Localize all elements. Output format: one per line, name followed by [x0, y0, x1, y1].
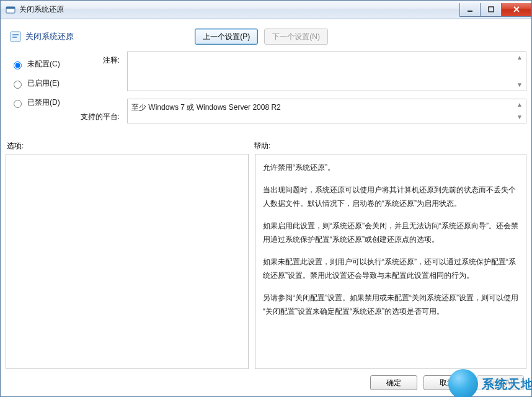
svg-rect-2: [468, 11, 472, 12]
svg-rect-6: [12, 37, 17, 38]
svg-rect-3: [489, 7, 494, 12]
comment-scroll[interactable]: ▲ ▼: [515, 53, 525, 89]
page-title: 关闭系统还原: [25, 31, 74, 42]
next-setting-button: 下一个设置(N): [264, 29, 328, 45]
apply-button: 应用(A): [477, 375, 524, 390]
app-icon: [6, 5, 16, 15]
radio-disabled-label: 已禁用(D): [27, 97, 60, 108]
help-text: 允许禁用“系统还原”。 当出现问题时，系统还原可以使用户将其计算机还原到先前的状…: [263, 161, 518, 318]
options-section-label: 选项:: [7, 141, 254, 151]
radio-not-configured[interactable]: 未配置(C): [11, 59, 64, 69]
help-paragraph: 当出现问题时，系统还原可以使用户将其计算机还原到先前的状态而不丢失个人数据文件。…: [263, 183, 518, 210]
scroll-down-icon[interactable]: ▼: [515, 113, 525, 122]
policy-icon: [9, 30, 22, 43]
meta-fields-column: ▲ ▼ 至少 Windows 7 或 Windows Server 2008 R…: [127, 51, 526, 132]
ok-button[interactable]: 确定: [370, 375, 417, 390]
help-paragraph: 另请参阅“关闭配置”设置。如果禁用或未配置“关闭系统还原”设置，则可以使用“关闭…: [263, 291, 518, 318]
radio-enabled-label: 已启用(E): [27, 78, 60, 89]
help-section-label: 帮助:: [254, 141, 270, 151]
window-controls: [459, 3, 531, 17]
policy-editor-window: 关闭系统还原 关闭系统还原 上一个设置(P) 下一个设置(N): [0, 0, 532, 397]
cancel-button[interactable]: 取消: [423, 375, 471, 390]
close-button[interactable]: [502, 3, 531, 17]
scroll-up-icon[interactable]: ▲: [515, 53, 525, 62]
comment-textbox[interactable]: ▲ ▼: [127, 51, 526, 91]
window-title: 关闭系统还原: [19, 4, 64, 15]
supported-on-textbox: 至少 Windows 7 或 Windows Server 2008 R2 ▲ …: [127, 99, 526, 123]
options-panel: [6, 154, 249, 369]
supported-on-label: 支持的平台:: [81, 112, 122, 122]
supported-on-value: 至少 Windows 7 或 Windows Server 2008 R2: [131, 103, 281, 112]
scroll-up-icon[interactable]: ▲: [515, 100, 525, 109]
svg-rect-1: [6, 7, 15, 9]
minimize-button[interactable]: [459, 3, 481, 17]
platform-scroll[interactable]: ▲ ▼: [515, 100, 525, 122]
help-paragraph: 如果启用此设置，则“系统还原”会关闭，并且无法访问“系统还原向导”。还会禁用通过…: [263, 219, 518, 246]
radio-not-configured-label: 未配置(C): [27, 59, 60, 69]
comment-label: 注释:: [103, 55, 122, 66]
upper-section: 未配置(C) 已启用(E) 已禁用(D) 注释: 支持的平台:: [6, 51, 526, 132]
dialog-footer: 确定 取消 应用(A): [6, 369, 526, 391]
meta-labels-column: 注释: 支持的平台:: [73, 51, 122, 132]
scroll-down-icon[interactable]: ▼: [515, 81, 525, 89]
previous-setting-button[interactable]: 上一个设置(P): [195, 29, 258, 45]
content-area: 关闭系统还原 上一个设置(P) 下一个设置(N) 未配置(C) 已启用(E): [1, 19, 531, 396]
radio-disabled[interactable]: 已禁用(D): [11, 97, 64, 108]
radio-enabled-input[interactable]: [14, 81, 22, 89]
radio-not-configured-input[interactable]: [14, 61, 22, 69]
section-labels: 选项: 帮助:: [7, 141, 526, 151]
radio-enabled[interactable]: 已启用(E): [11, 78, 64, 89]
header-row: 关闭系统还原 上一个设置(P) 下一个设置(N): [6, 24, 526, 49]
radio-disabled-input[interactable]: [14, 100, 22, 108]
maximize-button[interactable]: [481, 3, 502, 17]
svg-rect-5: [12, 34, 19, 35]
state-radio-group: 未配置(C) 已启用(E) 已禁用(D): [6, 51, 68, 132]
panels-row: 允许禁用“系统还原”。 当出现问题时，系统还原可以使用户将其计算机还原到先前的状…: [6, 154, 526, 369]
help-paragraph: 允许禁用“系统还原”。: [263, 161, 518, 174]
help-paragraph: 如果未配置此设置，则用户可以执行“系统还原”，还可以通过系统保护配置“系统还原”…: [263, 255, 518, 282]
help-panel: 允许禁用“系统还原”。 当出现问题时，系统还原可以使用户将其计算机还原到先前的状…: [255, 154, 526, 369]
titlebar: 关闭系统还原: [1, 1, 531, 19]
